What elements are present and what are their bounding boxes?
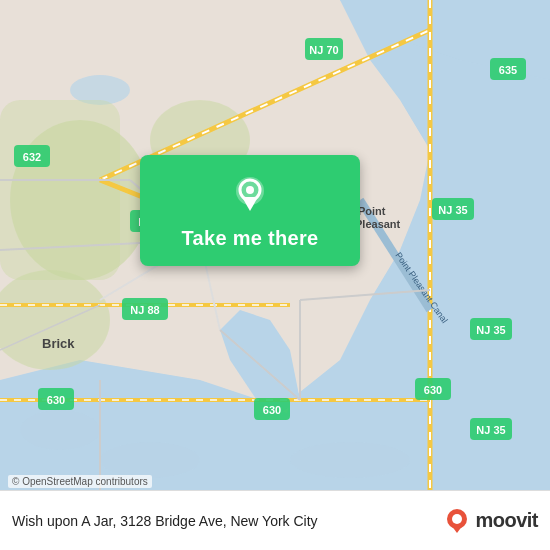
moovit-logo: moovit (443, 507, 538, 535)
moovit-pin-icon (443, 507, 471, 535)
svg-text:NJ 70: NJ 70 (309, 44, 338, 56)
take-me-there-button[interactable]: Take me there (140, 155, 360, 266)
map-container: Point Pleasant Canal 635 NJ 70 632 NJ 70… (0, 0, 550, 490)
svg-rect-11 (0, 100, 120, 280)
svg-text:NJ 35: NJ 35 (476, 424, 505, 436)
svg-text:Brick: Brick (42, 336, 75, 351)
svg-text:Pleasant: Pleasant (355, 218, 401, 230)
svg-text:630: 630 (263, 404, 281, 416)
svg-marker-66 (451, 525, 463, 533)
svg-text:NJ 88: NJ 88 (130, 304, 159, 316)
svg-point-6 (20, 410, 100, 450)
svg-text:Point: Point (358, 205, 386, 217)
svg-text:NJ 35: NJ 35 (476, 324, 505, 336)
button-label: Take me there (182, 227, 319, 250)
svg-text:630: 630 (424, 384, 442, 396)
bottom-bar: Wish upon A Jar, 3128 Bridge Ave, New Yo… (0, 490, 550, 550)
svg-text:632: 632 (23, 151, 41, 163)
location-pin-icon (228, 173, 272, 217)
svg-point-8 (290, 442, 410, 478)
svg-marker-63 (242, 197, 258, 211)
svg-point-65 (452, 514, 462, 524)
osm-credit: © OpenStreetMap contributors (8, 475, 152, 488)
destination-label: Wish upon A Jar, 3128 Bridge Ave, New Yo… (12, 513, 318, 529)
svg-text:630: 630 (47, 394, 65, 406)
svg-text:NJ 35: NJ 35 (438, 204, 467, 216)
svg-text:635: 635 (499, 64, 517, 76)
destination-text: Wish upon A Jar, 3128 Bridge Ave, New Yo… (12, 513, 443, 529)
moovit-brand-text: moovit (475, 509, 538, 532)
svg-point-7 (100, 442, 200, 478)
svg-point-62 (246, 186, 254, 194)
